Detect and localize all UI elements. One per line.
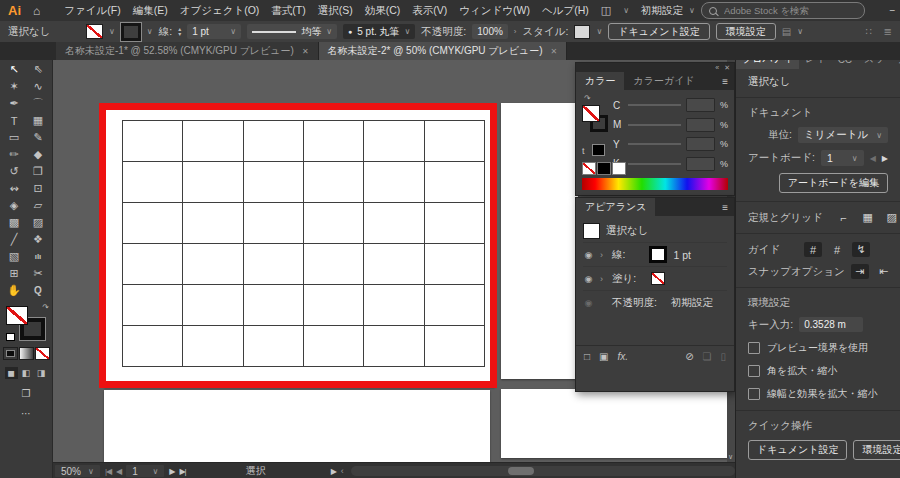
chevron-right-icon[interactable]: › [514, 27, 517, 36]
minimize-button[interactable]: − [881, 5, 900, 16]
pen-tool[interactable]: ✒ [2, 95, 26, 112]
mesh-tool[interactable]: ▩ [2, 214, 26, 231]
menu-type[interactable]: 書式(T) [271, 4, 305, 18]
document-setup-button[interactable]: ドキュメント設定 [748, 440, 847, 460]
snap-to-point-icon[interactable]: ⇥ [851, 264, 869, 279]
perspective-grid-tool[interactable]: ▱ [26, 197, 50, 214]
menu-select[interactable]: 選択(S) [318, 4, 353, 18]
artboard-dropdown[interactable]: 1 ∨ [821, 150, 864, 166]
ruler-icon[interactable]: ⌐ [835, 210, 853, 225]
workspace-preset-dropdown[interactable]: 初期設定 [641, 4, 683, 18]
adobe-stock-search[interactable] [701, 2, 865, 19]
workspace-switcher-icon[interactable]: ◫ [601, 4, 611, 17]
checkbox[interactable] [748, 388, 760, 400]
fill-color-swatch[interactable] [651, 272, 665, 285]
close-panel-icon[interactable]: ✕ [724, 64, 730, 72]
color-button[interactable] [3, 347, 18, 360]
chevron-down-icon[interactable]: ∨ [596, 27, 602, 36]
slice-tool[interactable]: ✂ [26, 265, 50, 282]
last-color-swatch[interactable] [592, 144, 605, 156]
none-swatch[interactable] [582, 162, 596, 175]
preferences-button[interactable]: 環境設定 [853, 440, 900, 460]
cyan-value-input[interactable] [686, 98, 715, 112]
unit-dropdown[interactable]: ミリメートル ∨ [798, 127, 888, 143]
panel-menu-icon[interactable]: ≡ [716, 198, 734, 216]
snap-to-grid-icon[interactable]: ⇤ [875, 264, 893, 279]
tab-appearance[interactable]: アピアランス [576, 198, 655, 216]
artboard-navigation-dropdown[interactable]: 1 ∨ [126, 465, 164, 477]
align-menu-icon[interactable]: ▤ [782, 26, 791, 37]
shape-builder-tool[interactable]: ◈ [2, 197, 26, 214]
symbol-sprayer-tool[interactable]: ▧ [2, 248, 26, 265]
black-value-input[interactable] [686, 157, 715, 171]
document-setup-button[interactable]: ドキュメント設定 [608, 23, 709, 40]
preferences-button[interactable]: 環境設定 [716, 23, 776, 40]
close-icon[interactable]: ✕ [302, 47, 309, 56]
graphic-style-swatch[interactable] [574, 25, 590, 39]
document-tab-1[interactable]: 名称未設定-1* @ 52.58% (CMYK/GPU プレビュー) ✕ [56, 42, 319, 60]
eyedropper-tool[interactable]: ╱ [2, 231, 26, 248]
fill-proxy[interactable] [582, 105, 600, 122]
edit-toolbar-button[interactable]: ⋯ [21, 408, 31, 419]
paintbrush-tool[interactable]: ✎ [26, 129, 50, 146]
zoom-level-dropdown[interactable]: 50% ∨ [55, 465, 100, 477]
default-fill-stroke-icon[interactable] [6, 333, 15, 341]
stroke-color-swatch[interactable] [649, 246, 667, 263]
stroke-weight-dropdown[interactable]: 1 pt ∨ [187, 24, 241, 39]
blend-tool[interactable]: ❖ [26, 231, 50, 248]
artboard-3[interactable] [104, 390, 490, 462]
brush-dropdown[interactable]: ● 5 pt. 丸筆 ∨ [343, 24, 415, 39]
grid-icon[interactable]: ▦ [859, 210, 877, 225]
direct-selection-tool[interactable]: ⇖ [26, 61, 50, 78]
visibility-eye-icon[interactable]: ◉ [583, 274, 594, 284]
hand-tool[interactable]: ✋ [2, 282, 26, 299]
panel-menu-icon[interactable]: ≡ [716, 72, 734, 90]
arrange-documents-icon[interactable]: ∷ [865, 26, 871, 37]
magenta-value-input[interactable] [686, 118, 715, 132]
horizontal-scrollbar[interactable] [351, 466, 735, 476]
free-transform-tool[interactable]: ⊡ [26, 180, 50, 197]
menu-window[interactable]: ウィンドウ(W) [459, 4, 530, 18]
lasso-tool[interactable]: ∿ [26, 78, 50, 95]
collapse-panel-icon[interactable]: « [715, 64, 719, 71]
none-button[interactable] [35, 347, 50, 360]
draw-inside-mode[interactable]: ◨ [35, 367, 48, 379]
yellow-value-input[interactable] [686, 137, 715, 151]
black-slider[interactable] [628, 163, 681, 165]
scale-tool[interactable]: ❐ [26, 163, 50, 180]
draw-normal-mode[interactable]: ◼ [5, 367, 18, 379]
add-effect-icon[interactable]: fx. [618, 351, 629, 362]
opacity-value[interactable]: 100% [472, 24, 508, 39]
color-spectrum-bar[interactable] [582, 178, 728, 190]
visibility-eye-icon[interactable]: ◉ [583, 250, 594, 260]
fill-color-swatch[interactable] [86, 24, 103, 39]
selection-tool[interactable]: ↖ [2, 61, 26, 78]
show-guides-icon[interactable]: # [804, 242, 822, 257]
tab-color[interactable]: カラー [576, 72, 624, 90]
next-artboard-button[interactable]: ▶ [169, 467, 174, 476]
swap-fill-stroke-icon[interactable]: ↷ [584, 94, 591, 103]
red-highlight-rectangle[interactable] [99, 103, 497, 388]
menu-file[interactable]: ファイル(F) [64, 4, 120, 18]
gradient-button[interactable] [19, 347, 34, 360]
expand-icon[interactable]: › [600, 274, 606, 284]
edit-artboards-button[interactable]: アートボードを編集 [779, 173, 888, 193]
menu-help[interactable]: ヘルプ(H) [542, 4, 589, 18]
shaper-tool[interactable]: ✏ [2, 146, 26, 163]
swap-fill-stroke-icon[interactable]: ↷ [42, 303, 49, 312]
magenta-slider[interactable] [628, 124, 681, 126]
scrollbar-thumb[interactable] [508, 467, 534, 475]
chevron-down-icon[interactable]: ∨ [109, 27, 115, 36]
eraser-tool[interactable]: ◆ [26, 146, 50, 163]
lock-guides-icon[interactable]: # [828, 242, 846, 257]
yellow-slider[interactable] [628, 143, 681, 145]
artboard-4[interactable] [501, 389, 728, 458]
type-tool[interactable]: T [2, 112, 26, 129]
fill-proxy[interactable] [6, 306, 28, 325]
draw-behind-mode[interactable]: ◧ [20, 367, 33, 379]
next-artboard-icon[interactable]: ▶ [882, 154, 888, 163]
duplicate-item-icon[interactable]: ❏ [703, 351, 712, 362]
previous-artboard-button[interactable]: ◀ [116, 467, 121, 476]
clear-appearance-icon[interactable]: ⊘ [685, 351, 693, 362]
artboard-2[interactable] [501, 103, 578, 379]
